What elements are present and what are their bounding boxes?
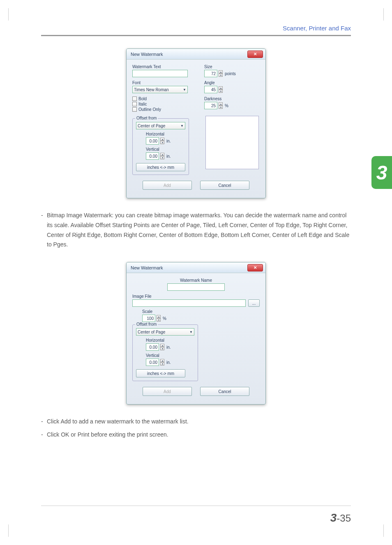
add-button[interactable]: Add (143, 181, 192, 190)
font-select[interactable]: Times New Roman ▼ (132, 86, 188, 93)
darkness-stepper[interactable]: ▴▾ (219, 102, 223, 109)
image-file-label: Image File (132, 294, 260, 299)
new-watermark-text-dialog: New Watermark ✕ Watermark Text Size 72 ▴… (126, 48, 266, 198)
vertical-unit: in. (166, 154, 171, 159)
scale-label: Scale (142, 309, 260, 314)
scale-input[interactable]: 100 (142, 315, 155, 322)
darkness-input[interactable]: 25 (204, 102, 217, 109)
chapter-number: 3 (376, 161, 387, 184)
vertical-label: Vertical (146, 353, 194, 358)
unit-convert-button[interactable]: inches <-> mm (136, 369, 185, 377)
bullet-dash: - (41, 430, 47, 440)
horizontal-label: Horizontal (146, 132, 185, 136)
header-divider (41, 35, 351, 36)
dialog-title: New Watermark (131, 52, 163, 57)
horizontal-unit: in. (166, 139, 171, 143)
outline-checkbox[interactable] (132, 107, 137, 112)
bold-label: Bold (138, 97, 147, 101)
angle-stepper[interactable]: ▴▾ (219, 86, 223, 93)
footer-page: 35 (340, 513, 351, 524)
scale-stepper[interactable]: ▴▾ (157, 315, 161, 322)
offset-fieldset: Offset from Center of Page ▼ Horizontal … (132, 324, 198, 381)
offset-select[interactable]: Center of Page ▼ (136, 122, 185, 129)
scale-unit: % (163, 316, 166, 321)
size-stepper[interactable]: ▴▾ (219, 70, 223, 77)
bullet-dash: - (41, 417, 47, 427)
close-icon: ✕ (254, 265, 257, 270)
vertical-stepper[interactable]: ▴▾ (160, 153, 164, 159)
watermark-text-label: Watermark Text (132, 64, 188, 69)
font-value: Times New Roman (134, 87, 169, 92)
chevron-down-icon: ▼ (183, 88, 186, 92)
vertical-stepper[interactable]: ▴▾ (160, 359, 164, 366)
horizontal-label: Horizontal (146, 338, 194, 343)
image-file-input[interactable] (132, 299, 246, 307)
horizontal-stepper[interactable]: ▴▾ (160, 138, 164, 144)
bold-checkbox[interactable] (132, 97, 137, 101)
watermark-text-input[interactable] (132, 70, 188, 77)
offset-value: Center of Page (138, 124, 165, 128)
chevron-down-icon: ▼ (180, 124, 184, 128)
vertical-label: Vertical (146, 147, 185, 152)
offset-fieldset: Offset from Center of Page ▼ Horizontal … (132, 118, 189, 175)
vertical-input[interactable]: 0.00 (146, 359, 159, 366)
offset-legend: Offset from (135, 322, 158, 327)
size-input[interactable]: 72 (204, 70, 217, 77)
horizontal-stepper[interactable]: ▴▾ (160, 344, 164, 350)
offset-value: Center of Page (138, 330, 165, 334)
close-button[interactable]: ✕ (247, 51, 263, 58)
darkness-label: Darkness (204, 97, 260, 101)
ok-print-instruction: Click OK or Print before exiting the pri… (47, 430, 351, 440)
outline-label: Outline Only (138, 107, 161, 112)
offset-legend: Offset from (135, 116, 158, 120)
footer-chapter: 3 (330, 511, 337, 524)
watermark-name-input[interactable] (167, 283, 225, 291)
add-instruction: Click Add to add a new watermark to the … (47, 417, 351, 427)
watermark-name-label: Watermark Name (132, 278, 260, 283)
dialog-title: New Watermark (131, 265, 163, 270)
chapter-tab: 3 (371, 156, 392, 189)
header-section: Scanner, Printer and Fax (41, 25, 351, 32)
close-icon: ✕ (254, 52, 257, 56)
italic-label: Italic (138, 102, 147, 106)
italic-checkbox[interactable] (132, 102, 137, 106)
bitmap-watermark-description: Bitmap Image Watermark: you can create b… (47, 211, 351, 250)
horizontal-unit: in. (166, 345, 171, 350)
angle-label: Angle (204, 80, 260, 85)
offset-select[interactable]: Center of Page ▼ (136, 328, 194, 336)
new-watermark-image-dialog: New Watermark ✕ Watermark Name Image Fil… (126, 262, 266, 405)
dialog-titlebar: New Watermark ✕ (127, 262, 265, 273)
add-button[interactable]: Add (143, 387, 192, 396)
darkness-unit: % (225, 103, 228, 108)
horizontal-input[interactable]: 0.00 (146, 137, 159, 145)
cancel-button[interactable]: Cancel (200, 181, 249, 190)
chevron-down-icon: ▼ (189, 330, 193, 334)
close-button[interactable]: ✕ (247, 264, 263, 271)
bullet-dash: - (41, 211, 47, 250)
size-unit: points (225, 71, 236, 76)
font-label: Font (132, 80, 188, 85)
cancel-button[interactable]: Cancel (200, 387, 249, 396)
vertical-input[interactable]: 0.00 (146, 152, 159, 160)
footer-divider (41, 506, 351, 506)
vertical-unit: in. (166, 360, 171, 365)
browse-button[interactable]: ... (248, 299, 260, 307)
page-footer: 3-35 (330, 511, 351, 524)
horizontal-input[interactable]: 0.00 (146, 343, 159, 351)
size-label: Size (204, 64, 260, 69)
unit-convert-button[interactable]: inches <-> mm (136, 163, 185, 171)
dialog-titlebar: New Watermark ✕ (127, 49, 265, 60)
angle-input[interactable]: 45 (204, 86, 217, 93)
preview-area (205, 116, 259, 169)
